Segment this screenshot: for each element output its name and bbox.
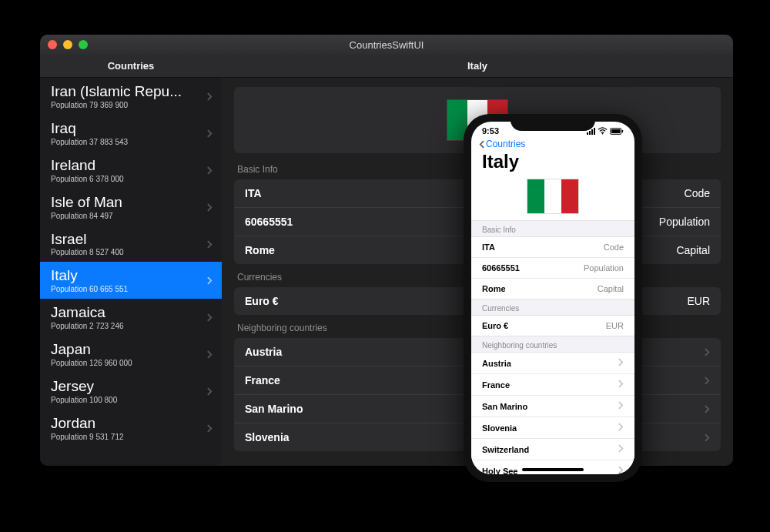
chevron-right-icon	[705, 433, 710, 442]
sidebar-item-country[interactable]: JamaicaPopulation 2 723 246	[40, 299, 222, 336]
neighbor-row[interactable]: Holy See	[471, 460, 634, 474]
country-population: Population 60 665 551	[51, 285, 207, 293]
sidebar-item-country[interactable]: JordanPopulation 9 531 712	[40, 410, 222, 447]
row-left: San Marino	[482, 402, 527, 411]
row-left: San Marino	[245, 403, 303, 415]
country-name: Jordan	[51, 416, 207, 432]
chevron-right-icon	[618, 358, 624, 366]
status-icons	[587, 127, 624, 135]
battery-icon	[610, 128, 624, 135]
neighbor-row[interactable]: San Marino	[471, 395, 634, 417]
chevron-right-icon	[618, 380, 624, 388]
chevron-right-icon	[618, 466, 624, 474]
row-right: Capital	[598, 284, 624, 293]
chevron-right-icon	[207, 350, 213, 359]
chevron-right-icon	[207, 313, 213, 322]
neighbor-row[interactable]: Austria	[471, 353, 634, 373]
row-left: 60665551	[482, 263, 520, 273]
chevron-right-icon	[618, 423, 624, 431]
sidebar-item-country[interactable]: ItalyPopulation 60 665 551	[40, 262, 222, 299]
country-population: Population 8 527 400	[51, 248, 207, 256]
info-row: RomeCapital	[471, 278, 634, 299]
currencies-list: Euro €EUR	[471, 316, 634, 336]
country-name: Jersey	[51, 379, 207, 395]
chevron-right-icon	[618, 444, 624, 453]
row-left: Holy See	[482, 467, 517, 475]
row-right: Code	[685, 187, 710, 199]
neighbors-list: AustriaFranceSan MarinoSloveniaSwitzerla…	[471, 353, 634, 474]
sidebar-item-country[interactable]: IsraelPopulation 8 527 400	[40, 226, 222, 263]
chevron-right-icon	[207, 166, 213, 175]
info-row: ITACode	[471, 237, 634, 257]
country-name: Israel	[51, 232, 207, 248]
svg-point-0	[602, 133, 604, 135]
country-population: Population 2 723 246	[51, 322, 207, 330]
info-row: 60665551Population	[471, 257, 634, 278]
row-right: Capital	[676, 244, 710, 256]
country-name: Ireland	[51, 158, 207, 174]
wifi-icon	[598, 127, 608, 135]
country-population: Population 37 883 543	[51, 138, 207, 146]
chevron-right-icon	[618, 401, 624, 410]
sidebar-item-country[interactable]: JerseyPopulation 100 800	[40, 373, 222, 410]
country-population: Population 126 960 000	[51, 359, 207, 367]
nav-bar: Countries	[471, 136, 634, 151]
sidebar-item-country[interactable]: Iran (Islamic Repu...Population 79 369 9…	[40, 78, 222, 115]
home-indicator[interactable]	[522, 468, 584, 471]
row-left: Rome	[482, 284, 506, 293]
country-population: Population 79 369 900	[51, 101, 207, 109]
chevron-right-icon	[207, 129, 213, 138]
row-right: Population	[659, 216, 710, 228]
section-label-neighbors: Neighboring countries	[471, 336, 634, 353]
chevron-left-icon	[479, 140, 484, 149]
back-label: Countries	[486, 139, 525, 149]
countries-sidebar[interactable]: Iran (Islamic Repu...Population 79 369 9…	[40, 78, 222, 466]
country-name: Italy	[51, 268, 207, 284]
section-label-basic-info: Basic Info	[471, 220, 634, 237]
country-population: Population 100 800	[51, 396, 207, 404]
row-left: Slovenia	[245, 431, 290, 443]
iphone-notch	[511, 114, 595, 131]
iphone-device: 9:53 Countries Italy Basic Info ITACode6…	[464, 114, 642, 482]
sidebar-item-country[interactable]: IraqPopulation 37 883 543	[40, 115, 222, 152]
row-left: Austria	[245, 346, 282, 358]
chevron-right-icon	[618, 401, 624, 411]
chevron-right-icon	[618, 466, 624, 474]
row-left: ITA	[245, 187, 262, 199]
info-row: Euro €EUR	[471, 316, 634, 336]
italy-flag-icon	[527, 179, 579, 214]
status-time: 9:53	[482, 126, 499, 136]
window-title: CountriesSwiftUI	[40, 39, 733, 51]
sidebar-header: Countries	[40, 55, 222, 77]
country-population: Population 6 378 000	[51, 175, 207, 183]
svg-rect-3	[622, 129, 623, 132]
sidebar-item-country[interactable]: Isle of ManPopulation 84 497	[40, 189, 222, 226]
neighbor-row[interactable]: France	[471, 373, 634, 395]
row-left: Euro €	[482, 321, 508, 330]
country-name: Jamaica	[51, 305, 207, 321]
sidebar-item-country[interactable]: IrelandPopulation 6 378 000	[40, 152, 222, 189]
country-name: Japan	[51, 342, 207, 358]
svg-rect-2	[611, 129, 621, 132]
chevron-right-icon	[618, 380, 624, 390]
neighbor-row[interactable]: Slovenia	[471, 417, 634, 438]
row-left: Euro €	[245, 295, 279, 307]
flag-container	[471, 176, 634, 220]
mac-titlebar: CountriesSwiftUI	[40, 35, 733, 55]
row-left: ITA	[482, 243, 495, 252]
sidebar-item-country[interactable]: JapanPopulation 126 960 000	[40, 336, 222, 373]
row-left: Rome	[245, 244, 275, 256]
chevron-right-icon	[618, 444, 624, 454]
row-right: EUR	[606, 321, 624, 330]
back-button[interactable]: Countries	[479, 139, 627, 149]
country-population: Population 9 531 712	[51, 433, 207, 441]
chevron-right-icon	[207, 92, 213, 101]
neighbor-row[interactable]: Switzerland	[471, 438, 634, 460]
row-left: France	[245, 374, 280, 386]
row-left: 60665551	[245, 216, 293, 228]
country-name: Iraq	[51, 121, 207, 137]
row-right: Population	[584, 263, 624, 273]
row-left: France	[482, 380, 510, 390]
chevron-right-icon	[705, 348, 710, 356]
basic-info-list: ITACode60665551PopulationRomeCapital	[471, 237, 634, 299]
